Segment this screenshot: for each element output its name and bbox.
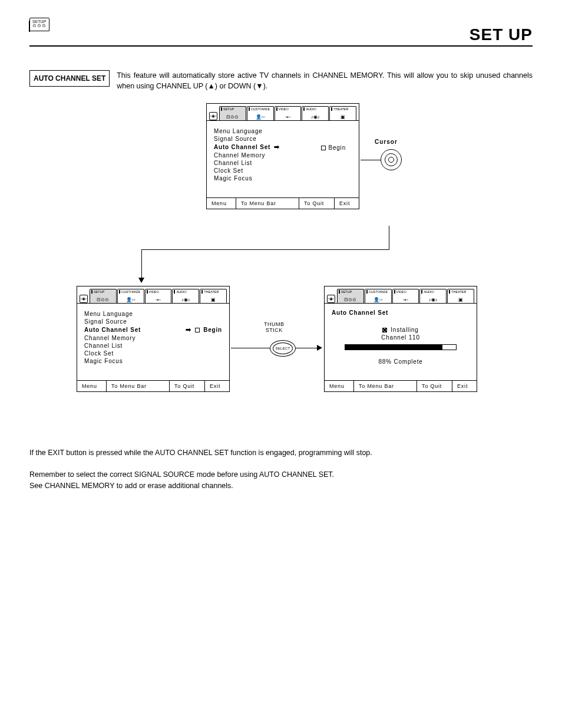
footer-toquit: To Quit (169, 381, 204, 391)
tab-audio[interactable]: AUDIO♪◉♪ (172, 289, 199, 303)
menu-item[interactable]: Menu Language (214, 128, 352, 134)
note-3: See CHANNEL MEMORY to add or erase addit… (29, 480, 533, 492)
menu-item[interactable]: Magic Focus (84, 358, 222, 364)
tab-theater[interactable]: THEATER▣ (200, 289, 227, 303)
tabs-b: ◦◉◦ SETUP⊡⊙⊙ CUSTOMIZE👤▫▫ VIDEO▫▪▫ AUDIO… (77, 286, 229, 304)
thumbstick-label: THUMB STICK (264, 321, 285, 333)
tab-video[interactable]: VIDEO▫▪▫ (392, 289, 419, 303)
panel-footer: Menu To Menu Bar To Quit Exit (77, 380, 229, 391)
footer-menubar: To Menu Bar (354, 381, 416, 391)
footer-toquit: To Quit (299, 198, 334, 209)
tab-customize[interactable]: CUSTOMIZE👤▫▫ (365, 289, 392, 303)
channel-label: Channel 110 (332, 334, 470, 341)
menu-item[interactable]: Clock Set (214, 167, 352, 174)
tab-customize[interactable]: CUSTOMIZE👤▫▫ (247, 106, 274, 120)
setup-badge-dots: ⊙⊙⊙ (32, 24, 47, 28)
setup-badge: SETUP ⊙⊙⊙ (29, 18, 49, 31)
tab-audio[interactable]: AUDIO♪◉♪ (419, 289, 447, 303)
panel-body-b: Menu Language Signal Source Auto Channel… (77, 304, 229, 380)
panel-body-a: Menu Language Signal Source Auto Channel… (207, 121, 359, 197)
arrow-right-icon: ➡ (186, 326, 191, 334)
section-label: AUTO CHANNEL SET (29, 70, 110, 87)
footer-menubar: To Menu Bar (236, 198, 299, 209)
tab-video[interactable]: VIDEO▫▪▫ (145, 289, 172, 303)
menu-item[interactable]: Magic Focus (214, 175, 352, 182)
panel-body-c: Auto Channel Set Installing Channel 110 … (325, 304, 477, 380)
footer-exit[interactable]: Exit (204, 381, 229, 391)
menu-panel-c: ◦◉◦ SETUP⊡⊙⊙ CUSTOMIZE👤▫▫ VIDEO▫▪▫ AUDIO… (324, 286, 477, 392)
footer-menu[interactable]: Menu (325, 381, 354, 391)
checkbox-icon (321, 146, 326, 150)
section-intro: This feature will automatically store ac… (117, 70, 533, 91)
cursor-label: Cursor (375, 139, 398, 145)
checkbox-icon (195, 328, 200, 332)
menu-item[interactable]: Channel List (84, 342, 222, 349)
menu-item[interactable]: Signal Source (84, 318, 222, 325)
arrow-down-icon (138, 278, 144, 283)
progress-fill (345, 345, 442, 350)
checkbox-checked-icon (382, 328, 387, 332)
footer-menu[interactable]: Menu (77, 381, 107, 391)
footer-exit[interactable]: Exit (452, 381, 477, 391)
panel-footer: Menu To Menu Bar To Quit Exit (207, 197, 359, 209)
menu-item[interactable]: Signal Source (214, 136, 352, 142)
menu-item[interactable]: Channel Memory (214, 152, 352, 159)
footer-exit[interactable]: Exit (334, 198, 359, 209)
note-2: Remember to select the correct SIGNAL SO… (29, 469, 533, 480)
panel-footer: Menu To Menu Bar To Quit Exit (325, 380, 477, 391)
progress-title: Auto Channel Set (332, 309, 470, 316)
knob-icon: ◦◉◦ (209, 112, 217, 120)
menu-panel-b: ◦◉◦ SETUP⊡⊙⊙ CUSTOMIZE👤▫▫ VIDEO▫▪▫ AUDIO… (77, 286, 230, 392)
tab-theater[interactable]: THEATER▣ (329, 106, 356, 120)
tab-customize[interactable]: CUSTOMIZE👤▫▫ (117, 289, 144, 303)
cursor-icon (381, 149, 402, 170)
tabs-c: ◦◉◦ SETUP⊡⊙⊙ CUSTOMIZE👤▫▫ VIDEO▫▪▫ AUDIO… (325, 286, 477, 304)
menu-item[interactable]: Clock Set (84, 350, 222, 357)
knob-icon: ◦◉◦ (80, 295, 88, 303)
footer-menubar: To Menu Bar (107, 381, 169, 391)
footer-toquit: To Quit (416, 381, 452, 391)
menu-panel-a: ◦◉◦ SETUP⊡⊙⊙ CUSTOMIZE👤▫▫ VIDEO▫▪▫ AUDIO… (206, 103, 359, 209)
note-1: If the EXIT button is pressed while the … (29, 447, 533, 459)
tab-audio[interactable]: AUDIO♪◉♪ (302, 106, 329, 120)
percent-label: 88% Complete (332, 358, 470, 365)
installing-label: Installing (391, 327, 418, 333)
menu-item[interactable]: Channel List (214, 160, 352, 166)
tabs-a: ◦◉◦ SETUP⊡⊙⊙ CUSTOMIZE👤▫▫ VIDEO▫▪▫ AUDIO… (207, 104, 359, 121)
tab-setup[interactable]: SETUP⊡⊙⊙ (219, 106, 246, 120)
begin-indicator: Begin (321, 144, 346, 151)
tab-setup[interactable]: SETUP⊡⊙⊙ (337, 289, 364, 303)
menu-item[interactable]: Channel Memory (84, 335, 222, 341)
footer-menu[interactable]: Menu (207, 198, 236, 209)
arrow-right-icon (317, 345, 322, 351)
knob-icon: ◦◉◦ (327, 295, 335, 303)
arrow-right-icon: ➡ (274, 143, 280, 151)
diagram: ◦◉◦ SETUP⊡⊙⊙ CUSTOMIZE👤▫▫ VIDEO▫▪▫ AUDIO… (29, 103, 533, 433)
tab-video[interactable]: VIDEO▫▪▫ (275, 106, 302, 120)
menu-item-selected[interactable]: Auto Channel Set ➡ Begin (84, 326, 222, 334)
tab-theater[interactable]: THEATER▣ (447, 289, 474, 303)
page-title: SET UP (29, 25, 533, 47)
progress-bar (345, 344, 457, 350)
tab-setup[interactable]: SETUP⊡⊙⊙ (90, 289, 117, 303)
menu-item[interactable]: Menu Language (84, 311, 222, 317)
